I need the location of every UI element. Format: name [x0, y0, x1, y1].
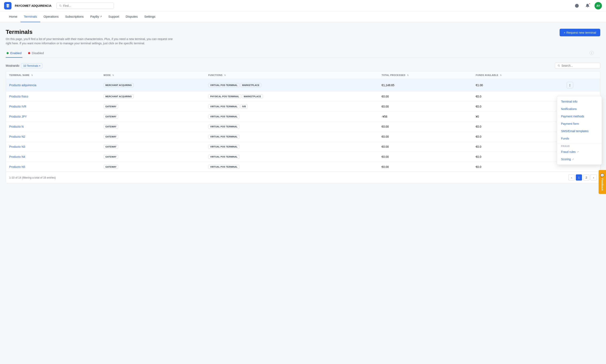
cell-functions: PHYSICAL POS TERMINALMARKETPLACE	[205, 91, 378, 102]
cell-terminal-name: Producto adquirencia	[6, 79, 100, 91]
mode-badge: MERCHANT ACQUIRING	[104, 83, 134, 87]
nav-support[interactable]: Support	[105, 12, 123, 22]
pagination: 1-10 of 14 (filtering a total of 16 entr…	[6, 172, 600, 183]
global-search[interactable]	[56, 3, 114, 9]
function-badge: MARKETPLACE	[242, 94, 263, 99]
page-title: Terminals	[6, 29, 174, 35]
page-1-button[interactable]: 1	[576, 174, 582, 181]
cell-terminal-name: Producto N3	[6, 142, 100, 152]
mode-badge: GATEWAY	[104, 165, 118, 169]
cell-funds-available: ¥0	[472, 112, 563, 122]
scoring-ext-icon: ↗	[572, 158, 574, 161]
table-search[interactable]	[555, 63, 600, 69]
nav-disputes[interactable]: Disputes	[123, 12, 141, 22]
feedback-button[interactable]: 💬 Feedback	[599, 170, 606, 190]
function-badge: MARKETPLACE	[240, 83, 261, 87]
tab-disabled[interactable]: Disabled	[27, 50, 45, 58]
table-body: Producto adquirenciaMERCHANT ACQUIRINGVI…	[6, 79, 600, 172]
search-input[interactable]	[63, 4, 111, 7]
table-search-icon	[558, 64, 560, 67]
cell-functions: VIRTUAL POS TERMINAL	[205, 142, 378, 152]
page-header: Terminals On this page, you'll find a li…	[6, 29, 600, 46]
nav-settings[interactable]: Settings	[141, 12, 159, 22]
feedback-label: Feedback	[601, 179, 604, 190]
nav-subscriptions[interactable]: Subscriptions	[62, 12, 87, 22]
nav-payby[interactable]: PayBy ↗	[87, 12, 105, 22]
nav-home[interactable]: Home	[6, 12, 21, 22]
showing-text: Mostrando	[6, 64, 19, 67]
terminals-count-badge[interactable]: 10 Terminals ▾	[21, 63, 42, 68]
menu-item-scoring[interactable]: Scoring ↗	[557, 156, 602, 163]
notifications-button[interactable]	[584, 2, 591, 9]
terminal-name-link[interactable]: Producto IVR	[9, 105, 26, 108]
page-2-button[interactable]: 2	[583, 174, 589, 181]
next-page-button[interactable]: ›	[591, 174, 597, 181]
cell-terminal-name: Producto JPY	[6, 112, 100, 122]
info-icon[interactable]: i	[590, 51, 594, 55]
col-funds[interactable]: FUNDS AVAILABLE ⇅	[472, 71, 563, 79]
cell-total-processed: €0.00	[378, 102, 473, 112]
function-badge: VIRTUAL POS TERMINAL	[208, 83, 240, 87]
menu-item-terminal-info[interactable]: Terminal info	[557, 98, 602, 105]
cell-terminal-name: Producto N5	[6, 162, 100, 172]
navbar: Home Terminals Operations Subscriptions …	[0, 12, 606, 22]
cell-funds-available: €0.0	[472, 142, 563, 152]
page-description: On this page, you'll find a list of your…	[6, 37, 174, 46]
notification-dot	[589, 3, 590, 4]
terminal-name-link[interactable]: Producto adquirencia	[9, 83, 36, 87]
mode-badge: GATEWAY	[104, 145, 118, 149]
table-row: Producto IVRGATEWAYVIRTUAL POS TERMINALI…	[6, 102, 600, 112]
fraud-section-header: FRAUD	[557, 143, 602, 148]
menu-item-sms-email[interactable]: SMS/Email templates	[557, 127, 602, 135]
menu-item-funds[interactable]: Funds	[557, 135, 602, 142]
table-row: Producto N5GATEWAYVIRTUAL POS TERMINAL€0…	[6, 162, 600, 172]
menu-item-payment-form[interactable]: Payment form	[557, 120, 602, 127]
globe-button[interactable]	[573, 2, 580, 9]
col-terminal-name[interactable]: TERMINAL NAME ⇅	[6, 71, 100, 79]
table-search-input[interactable]	[561, 64, 598, 67]
cell-total-processed: €0.00	[378, 162, 473, 172]
table: TERMINAL NAME ⇅ MODE ⇅ FUNCTIONS ⇅ TOTAL…	[6, 71, 600, 172]
terminal-name-link[interactable]: Producto N4	[9, 155, 25, 158]
cell-terminal-name: Producto N	[6, 122, 100, 132]
avatar[interactable]: AY	[594, 2, 602, 9]
request-terminal-button[interactable]: + Request new terminal	[560, 29, 600, 36]
logo-button[interactable]	[4, 2, 12, 9]
topbar-right: AY	[573, 2, 602, 9]
row-actions-button[interactable]: ⋮	[567, 82, 573, 89]
terminal-name-link[interactable]: Producto N5	[9, 165, 25, 169]
menu-item-notifications[interactable]: Notifications	[557, 105, 602, 113]
terminal-name-link[interactable]: Producto N	[9, 125, 24, 128]
sort-icon-total: ⇅	[407, 74, 409, 76]
fraud-rules-ext-icon: ↗	[577, 151, 579, 153]
terminal-name-link[interactable]: Producto N3	[9, 145, 25, 148]
menu-item-payment-methods[interactable]: Payment methods	[557, 113, 602, 120]
table-row: Producto adquirenciaMERCHANT ACQUIRINGVI…	[6, 79, 600, 91]
cell-functions: VIRTUAL POS TERMINAL	[205, 122, 378, 132]
terminal-name-link[interactable]: Producto N2	[9, 135, 25, 138]
cell-terminal-name: Producto físico	[6, 91, 100, 102]
nav-terminals[interactable]: Terminals	[21, 12, 40, 22]
cell-funds-available: €1.00	[472, 79, 563, 91]
cell-total-processed: €0.00	[378, 122, 473, 132]
terminal-name-link[interactable]: Producto JPY	[9, 115, 27, 118]
terminal-name-link[interactable]: Producto físico	[9, 95, 28, 98]
col-functions[interactable]: FUNCTIONS ⇅	[205, 71, 378, 79]
function-badge: VIRTUAL POS TERMINAL	[208, 135, 240, 139]
cell-mode: GATEWAY	[100, 142, 205, 152]
col-total[interactable]: TOTAL PROCESSED ⇅	[378, 71, 473, 79]
cell-actions: ⋮	[563, 79, 600, 91]
feedback-chat-icon: 💬	[600, 173, 604, 177]
cell-functions: VIRTUAL POS TERMINAL	[205, 152, 378, 162]
col-mode[interactable]: MODE ⇅	[100, 71, 205, 79]
cell-funds-available: €0.0	[472, 102, 563, 112]
terminals-table: TERMINAL NAME ⇅ MODE ⇅ FUNCTIONS ⇅ TOTAL…	[6, 71, 600, 183]
cell-total-processed: €0.00	[378, 132, 473, 142]
cell-functions: VIRTUAL POS TERMINALIVR	[205, 102, 378, 112]
enabled-dot	[7, 52, 9, 54]
menu-item-fraud-rules[interactable]: Fraud rules ↗	[557, 148, 602, 156]
nav-operations[interactable]: Operations	[40, 12, 62, 22]
cell-mode: GATEWAY	[100, 162, 205, 172]
prev-page-button[interactable]: ‹	[568, 174, 575, 181]
tab-enabled[interactable]: Enabled	[6, 50, 22, 58]
